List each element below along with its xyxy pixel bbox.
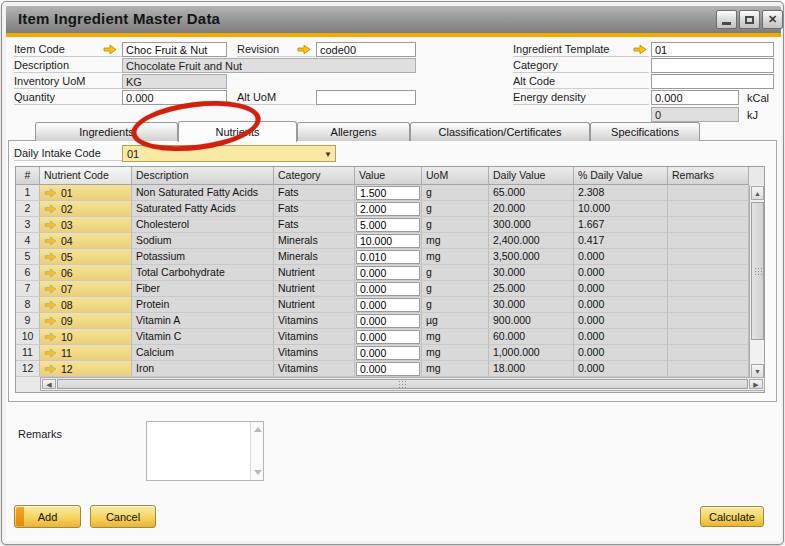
value-input[interactable]: [356, 202, 420, 216]
cell-nutrient-code[interactable]: 01: [40, 185, 132, 201]
value-input[interactable]: [356, 266, 420, 280]
cell-nutrient-code[interactable]: 07: [40, 281, 132, 297]
maximize-button[interactable]: [739, 10, 760, 29]
window-title: Item Ingredient Master Data: [18, 10, 220, 27]
revision-input[interactable]: [316, 42, 416, 57]
cell-pct-daily-value: 10.000: [574, 201, 668, 217]
col-header-nutrient-code[interactable]: Nutrient Code: [40, 167, 132, 185]
cell-nutrient-code[interactable]: 02: [40, 201, 132, 217]
col-header-pct-daily-value[interactable]: % Daily Value: [574, 167, 668, 185]
link-arrow-icon[interactable]: [44, 284, 57, 294]
link-arrow-icon[interactable]: [44, 268, 57, 278]
cell-nutrient-code[interactable]: 08: [40, 297, 132, 313]
cell-row-number: 9: [16, 313, 40, 329]
add-button[interactable]: Add: [14, 505, 81, 528]
daily-intake-code-value: 01: [127, 148, 139, 160]
value-input[interactable]: [356, 314, 420, 328]
horizontal-scroll-thumb[interactable]: [57, 379, 748, 389]
vertical-scrollbar[interactable]: ▲ ▼: [749, 185, 764, 379]
value-input[interactable]: [356, 186, 420, 200]
col-header-category[interactable]: Category: [274, 167, 355, 185]
link-arrow-icon[interactable]: [44, 252, 57, 262]
cell-row-number: 11: [16, 345, 40, 361]
category-input[interactable]: [651, 58, 774, 73]
link-arrow-icon[interactable]: [44, 300, 57, 310]
link-arrow-icon[interactable]: [103, 44, 117, 55]
remarks-scrollbar[interactable]: [250, 422, 263, 480]
link-arrow-icon[interactable]: [44, 204, 57, 214]
cell-nutrient-code[interactable]: 09: [40, 313, 132, 329]
cell-nutrient-code[interactable]: 11: [40, 345, 132, 361]
cell-row-number: 2: [16, 201, 40, 217]
link-arrow-icon[interactable]: [44, 348, 57, 358]
energy-density-kcal-input[interactable]: [651, 90, 739, 105]
calculate-button[interactable]: Calculate: [700, 506, 764, 527]
cancel-button[interactable]: Cancel: [90, 505, 156, 528]
value-input[interactable]: [356, 218, 420, 232]
link-arrow-icon[interactable]: [297, 44, 311, 55]
cell-category: Vitamins: [274, 345, 355, 361]
tab-classification-certificates[interactable]: Classification/Certificates: [410, 122, 590, 141]
table-row: 5 05 Potassium Minerals mg 3,500.000 0.0…: [16, 249, 764, 265]
close-button[interactable]: ✕: [762, 10, 783, 29]
cell-nutrient-code[interactable]: 12: [40, 361, 132, 377]
value-input[interactable]: [356, 250, 420, 264]
cell-nutrient-code[interactable]: 10: [40, 329, 132, 345]
cell-nutrient-code[interactable]: 04: [40, 233, 132, 249]
col-header-description[interactable]: Description: [132, 167, 274, 185]
col-header-remarks[interactable]: Remarks: [668, 167, 749, 185]
link-arrow-icon[interactable]: [44, 316, 57, 326]
remarks-textarea[interactable]: [146, 421, 264, 481]
col-header-value[interactable]: Value: [355, 167, 422, 185]
tab-allergens[interactable]: Allergens: [297, 122, 410, 141]
link-arrow-icon[interactable]: [44, 332, 57, 342]
alt-uom-input[interactable]: [316, 90, 416, 105]
link-arrow-icon[interactable]: [44, 364, 57, 374]
alt-uom-label: Alt UoM: [237, 90, 315, 105]
cell-row-number: 1: [16, 185, 40, 201]
scroll-left-button[interactable]: ◀: [42, 379, 56, 389]
scroll-up-button[interactable]: ▲: [751, 186, 764, 200]
alt-code-input[interactable]: [651, 74, 774, 89]
cell-nutrient-code[interactable]: 05: [40, 249, 132, 265]
cell-nutrient-code[interactable]: 03: [40, 217, 132, 233]
table-row: 8 08 Protein Nutrient g 30.000 0.000: [16, 297, 764, 313]
scroll-down-button[interactable]: ▼: [751, 364, 764, 378]
cell-value: [355, 361, 422, 377]
energy-density-kj-field: [651, 107, 739, 122]
horizontal-scrollbar[interactable]: ◀ ▶: [40, 377, 765, 391]
link-arrow-icon[interactable]: [44, 220, 57, 230]
col-header-daily-value[interactable]: Daily Value: [489, 167, 574, 185]
vertical-scroll-thumb[interactable]: [751, 202, 764, 340]
value-input[interactable]: [356, 346, 420, 360]
category-label: Category: [513, 58, 649, 73]
inventory-uom-field: [122, 74, 227, 89]
link-arrow-icon[interactable]: [633, 44, 647, 55]
cell-row-number: 12: [16, 361, 40, 377]
tab-specifications[interactable]: Specifications: [590, 122, 700, 141]
cell-value: [355, 249, 422, 265]
cell-category: Minerals: [274, 233, 355, 249]
cell-uom: mg: [422, 345, 489, 361]
link-arrow-icon[interactable]: [44, 236, 57, 246]
col-header-num[interactable]: #: [16, 167, 40, 185]
value-input[interactable]: [356, 234, 420, 248]
cell-category: Nutrient: [274, 265, 355, 281]
cell-description: Total Carbohydrate: [132, 265, 274, 281]
link-arrow-icon[interactable]: [44, 188, 57, 198]
item-code-input[interactable]: [122, 42, 227, 57]
ingredient-template-input[interactable]: [651, 42, 774, 57]
cell-remarks: [668, 329, 749, 345]
cell-row-number: 10: [16, 329, 40, 345]
value-input[interactable]: [356, 298, 420, 312]
description-label: Description: [14, 58, 122, 73]
scroll-right-button[interactable]: ▶: [749, 379, 763, 389]
col-header-uom[interactable]: UoM: [422, 167, 489, 185]
cell-remarks: [668, 281, 749, 297]
minimize-button[interactable]: [716, 10, 737, 29]
value-input[interactable]: [356, 282, 420, 296]
value-input[interactable]: [356, 362, 420, 376]
value-input[interactable]: [356, 330, 420, 344]
cell-nutrient-code[interactable]: 06: [40, 265, 132, 281]
cell-row-number: 8: [16, 297, 40, 313]
